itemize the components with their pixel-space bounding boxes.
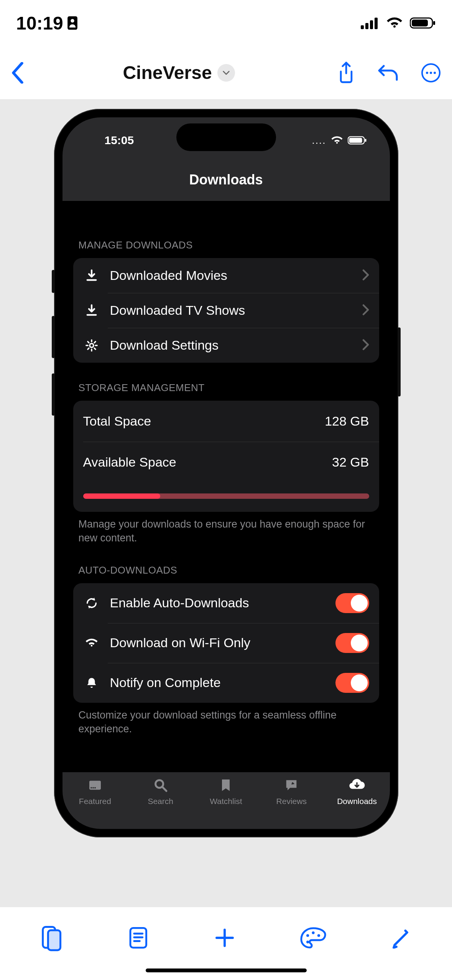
cellular-dots-icon: ....: [312, 135, 326, 146]
row-label: Enable Auto-Downloads: [110, 595, 325, 610]
battery-icon: [410, 17, 436, 29]
section-header-auto: AUTO-DOWNLOADS: [73, 564, 379, 583]
more-button[interactable]: [421, 62, 441, 83]
title-menu-button[interactable]: [217, 64, 235, 82]
available-space-value: 32 GB: [332, 455, 369, 470]
svg-point-12: [434, 72, 436, 74]
svg-rect-4: [370, 20, 373, 29]
svg-point-11: [430, 72, 432, 74]
svg-point-25: [306, 934, 309, 937]
storage-progress-track: [83, 493, 369, 499]
plus-icon: [214, 927, 235, 949]
outer-title-wrap[interactable]: CineVerse: [25, 62, 333, 83]
chevron-right-icon: [362, 304, 369, 317]
inner-status-time: 15:05: [105, 134, 134, 147]
svg-rect-20: [94, 787, 95, 788]
tab-watchlist[interactable]: Watchlist: [193, 778, 259, 806]
card-auto: Enable Auto-Downloads Download on Wi-Fi …: [73, 583, 379, 703]
app-page-title: Downloads: [62, 163, 390, 201]
svg-point-27: [317, 934, 320, 937]
chevron-left-icon: [11, 62, 25, 84]
tab-label: Watchlist: [210, 797, 242, 806]
inner-status-bar: 15:05 ....: [62, 117, 390, 163]
row-downloaded-tv[interactable]: Downloaded TV Shows: [73, 293, 379, 328]
toggle-notify[interactable]: [335, 673, 369, 693]
row-label: Downloaded Movies: [110, 268, 352, 283]
section-footer-storage: Manage your downloads to ensure you have…: [73, 512, 379, 545]
section-header-manage: MANAGE DOWNLOADS: [73, 239, 379, 258]
row-total-space: Total Space 128 GB: [73, 401, 379, 442]
cellular-icon: [361, 17, 379, 29]
outer-status-time-wrap: 10:19: [16, 13, 78, 34]
wifi-icon: [331, 136, 343, 145]
review-icon: [284, 778, 299, 794]
svg-rect-7: [412, 20, 428, 26]
palette-icon: [299, 926, 327, 950]
toggle-wifi-only[interactable]: [335, 633, 369, 653]
undo-button[interactable]: [378, 64, 398, 82]
film-icon: [87, 778, 103, 794]
tab-label: Downloads: [337, 797, 377, 806]
outer-title: CineVerse: [123, 62, 212, 83]
svg-rect-2: [361, 25, 364, 29]
back-button[interactable]: [11, 62, 25, 84]
row-label: Notify on Complete: [110, 675, 325, 690]
search-icon: [153, 778, 168, 794]
svg-rect-23: [48, 930, 61, 950]
download-icon: [83, 304, 100, 317]
notes-button[interactable]: [127, 925, 150, 950]
row-notify-complete: Notify on Complete: [73, 663, 379, 703]
card-manage: Downloaded Movies Downloaded TV Shows Do…: [73, 258, 379, 363]
share-button[interactable]: [337, 62, 355, 84]
devices-button[interactable]: [39, 924, 63, 951]
tab-reviews[interactable]: Reviews: [259, 778, 324, 806]
row-downloaded-movies[interactable]: Downloaded Movies: [73, 258, 379, 293]
row-label: Download Settings: [110, 338, 352, 353]
refresh-icon: [83, 597, 100, 610]
content-scroll[interactable]: MANAGE DOWNLOADS Downloaded Movies Downl…: [62, 201, 390, 772]
storage-progress-row: [73, 483, 379, 512]
edit-button[interactable]: [391, 927, 413, 949]
svg-rect-0: [67, 16, 77, 30]
tab-label: Reviews: [276, 797, 307, 806]
row-available-space: Available Space 32 GB: [73, 442, 379, 483]
tab-label: Featured: [79, 797, 111, 806]
row-download-settings[interactable]: Download Settings: [73, 328, 379, 363]
download-icon: [83, 269, 100, 282]
wifi-icon: [386, 17, 403, 29]
toggle-enable-auto[interactable]: [335, 593, 369, 613]
tab-search[interactable]: Search: [128, 778, 193, 806]
svg-point-16: [90, 344, 94, 347]
dynamic-island: [176, 123, 276, 151]
inner-tab-bar: Featured Search Watchlist Reviews: [62, 772, 390, 829]
outer-nav-bar: CineVerse: [0, 46, 452, 100]
svg-point-26: [312, 931, 314, 934]
svg-point-10: [426, 72, 428, 74]
chevron-right-icon: [362, 269, 369, 282]
section-footer-auto: Customize your download settings for a s…: [73, 703, 379, 736]
home-indicator: [146, 968, 307, 972]
portrait-badge-icon: [67, 16, 78, 30]
chevron-down-icon: [222, 69, 230, 77]
canvas-area: 15:05 .... Downloads MANAGE DOWNLOADS: [0, 100, 452, 907]
chevron-right-icon: [362, 339, 369, 352]
row-label: Available Space: [83, 455, 322, 470]
tab-label: Search: [148, 797, 173, 806]
devices-icon: [39, 924, 63, 951]
appearance-button[interactable]: [299, 926, 327, 950]
svg-point-1: [71, 19, 74, 23]
tab-featured[interactable]: Featured: [62, 778, 128, 806]
row-label: Downloaded TV Shows: [110, 303, 352, 318]
storage-progress-fill: [83, 493, 160, 499]
tab-downloads[interactable]: Downloads: [324, 778, 390, 806]
svg-rect-19: [92, 787, 94, 788]
svg-rect-14: [349, 138, 362, 143]
battery-icon: [348, 136, 367, 145]
cloud-download-icon: [348, 778, 365, 794]
svg-rect-15: [365, 139, 366, 141]
add-button[interactable]: [214, 927, 235, 949]
card-storage: Total Space 128 GB Available Space 32 GB: [73, 401, 379, 512]
outer-status-time: 10:19: [16, 13, 63, 34]
total-space-value: 128 GB: [325, 414, 369, 429]
pencil-icon: [391, 927, 413, 949]
